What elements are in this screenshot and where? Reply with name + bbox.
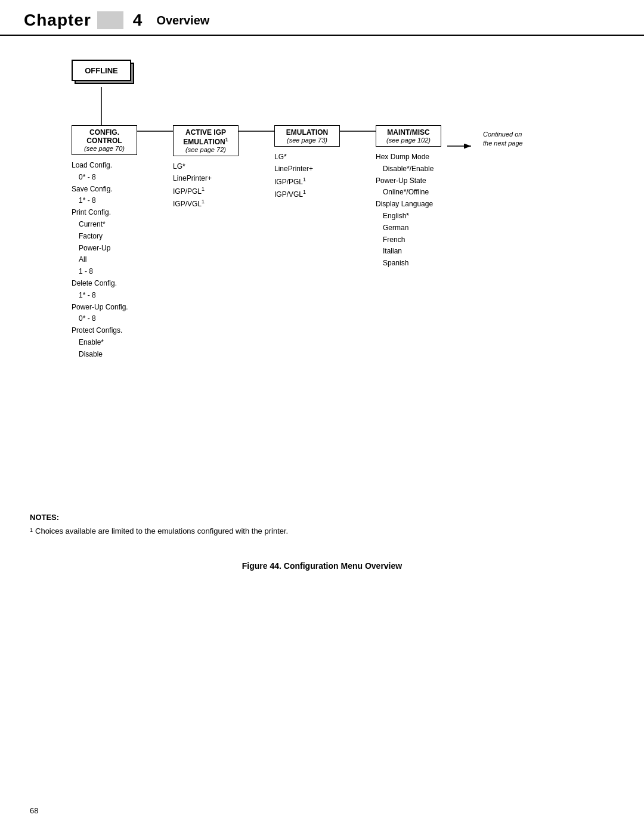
igp-items: LG* LinePrinter+ IGP/PGL1 IGP/VGL1	[173, 161, 239, 210]
list-item: IGP/VGL1	[173, 197, 239, 210]
emulation-items: LG* LinePrinter+ IGP/PGL1 IGP/VGL1	[274, 151, 340, 201]
igp-sub: (see page 72)	[178, 146, 233, 153]
list-item: Disable*/Enable	[376, 163, 441, 175]
igp-box: ACTIVE IGPEMULATION1 (see page 72)	[173, 125, 239, 156]
chapter-title: Overview	[156, 14, 209, 27]
continued-line2: the next page	[483, 139, 523, 148]
list-item: IGP/PGL1	[274, 175, 340, 188]
list-item: 0* - 8	[72, 313, 137, 325]
maint-sub: (see page 102)	[381, 137, 436, 144]
config-sub: (see page 70)	[77, 145, 132, 152]
list-item: Delete Config.	[72, 278, 137, 290]
config-items: Load Config. 0* - 8 Save Config. 1* - 8 …	[72, 160, 137, 361]
list-item: Spanish	[376, 258, 441, 270]
maint-box: MAINT/MISC (see page 102)	[376, 125, 441, 147]
note-superscript: 1	[30, 527, 33, 537]
list-item: Online*/Offline	[376, 187, 441, 199]
list-item: Power-Up Config.	[72, 302, 137, 314]
maint-items: Hex Dump Mode Disable*/Enable Power-Up S…	[376, 151, 441, 270]
list-item: IGP/VGL1	[274, 188, 340, 201]
page-header: Chapter 4 Overview	[0, 0, 644, 36]
continued-label: Continued on the next page	[483, 130, 523, 148]
list-item: LinePrinter+	[173, 173, 239, 185]
chapter-label: Chapter	[24, 11, 91, 30]
main-content: OFFLINE CONFIG.CONTROL (see page 70) Loa…	[0, 36, 644, 594]
list-item: German	[376, 222, 441, 234]
list-item: Save Config.	[72, 184, 137, 196]
offline-label: OFFLINE	[72, 60, 131, 81]
list-item: Protect Configs.	[72, 325, 137, 337]
list-item: LG*	[274, 151, 340, 163]
list-item: LinePrinter+	[274, 163, 340, 175]
config-title: CONFIG.CONTROL	[77, 128, 132, 145]
list-item: Hex Dump Mode	[376, 151, 441, 163]
page-number: 68	[30, 806, 38, 815]
list-item: Disable	[72, 349, 137, 361]
list-item: LG*	[173, 161, 239, 173]
list-item: Current*	[72, 219, 137, 231]
list-item: Print Config.	[72, 207, 137, 219]
maint-title: MAINT/MISC	[381, 128, 436, 137]
emulation-sub: (see page 73)	[280, 137, 335, 144]
list-item: French	[376, 234, 441, 246]
list-item: 1 - 8	[72, 266, 137, 278]
igp-title: ACTIVE IGPEMULATION1	[178, 128, 233, 146]
diagram: OFFLINE CONFIG.CONTROL (see page 70) Loa…	[36, 54, 608, 340]
emulation-box: EMULATION (see page 73)	[274, 125, 340, 147]
config-box: CONFIG.CONTROL (see page 70)	[72, 125, 137, 155]
notes-title: NOTES:	[30, 513, 614, 522]
list-item: All	[72, 254, 137, 266]
maint-menu-col: MAINT/MISC (see page 102) Hex Dump Mode …	[376, 125, 441, 270]
note-text: Choices available are limited to the emu…	[35, 525, 288, 537]
emulation-menu-col: EMULATION (see page 73) LG* LinePrinter+…	[274, 125, 340, 201]
chapter-number: 4	[133, 11, 143, 30]
list-item: IGP/PGL1	[173, 185, 239, 198]
igp-menu-col: ACTIVE IGPEMULATION1 (see page 72) LG* L…	[173, 125, 239, 210]
list-item: 1* - 8	[72, 195, 137, 207]
list-item: Enable*	[72, 337, 137, 349]
figure-caption: Figure 44. Configuration Menu Overview	[30, 561, 614, 571]
list-item: English*	[376, 210, 441, 222]
list-item: Display Language	[376, 199, 441, 210]
list-item: 1* - 8	[72, 290, 137, 302]
list-item: Power-Up State	[376, 175, 441, 187]
notes-section: NOTES: 1 Choices available are limited t…	[30, 507, 614, 537]
list-item: 0* - 8	[72, 172, 137, 184]
config-menu-col: CONFIG.CONTROL (see page 70) Load Config…	[72, 125, 137, 361]
offline-box: OFFLINE	[72, 60, 137, 85]
list-item: Load Config.	[72, 160, 137, 172]
list-item: Factory	[72, 231, 137, 243]
list-item: Power-Up	[72, 243, 137, 255]
emulation-title: EMULATION	[280, 128, 335, 137]
chapter-tab	[97, 11, 123, 29]
note-item: 1 Choices available are limited to the e…	[30, 525, 614, 537]
continued-line1: Continued on	[483, 130, 523, 139]
list-item: Italian	[376, 246, 441, 258]
